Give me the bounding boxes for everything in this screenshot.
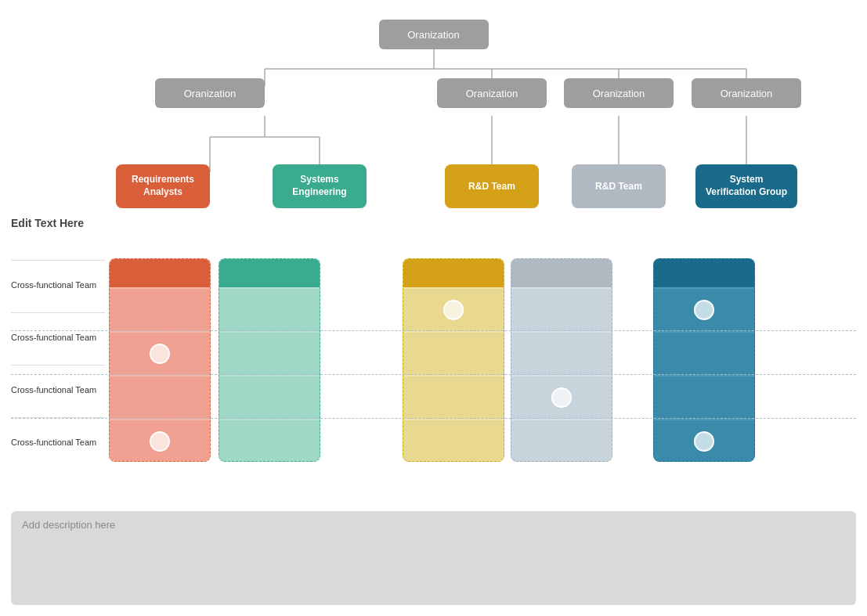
swimlane-col-3	[403, 258, 504, 462]
level3-svr: System Verification Group	[695, 164, 797, 208]
level2-node-4: Oranization	[692, 78, 801, 108]
row-label-2: Cross-functional Team	[11, 312, 105, 362]
level2-label-1: Oranization	[184, 88, 236, 99]
root-label: Oranization	[407, 29, 459, 41]
circle-col1-row4	[150, 431, 170, 452]
sys-label: Systems Engineering	[292, 174, 346, 198]
rnd2-label: R&D Team	[595, 181, 642, 192]
swimlane-col-5	[653, 258, 755, 462]
edit-text-label-text: Edit Text Here	[11, 217, 84, 229]
row-label-4: Cross-functional Team	[11, 417, 105, 467]
rnd1-label: R&D Team	[468, 181, 515, 192]
req-label: Requirements Analysts	[132, 174, 194, 198]
level2-label-3: Oranization	[593, 88, 645, 99]
edit-text-label[interactable]: Edit Text Here	[11, 217, 84, 229]
description-placeholder: Add description here	[22, 519, 115, 531]
swimlane-col-1	[109, 258, 211, 462]
level3-rnd1: R&D Team	[445, 164, 539, 208]
row-label-1: Cross-functional Team	[11, 260, 105, 310]
level2-label-4: Oranization	[721, 88, 772, 99]
main-container: Oranization Oranization Oranization Oran…	[0, 0, 867, 616]
row-divider-3	[11, 418, 856, 419]
level3-rnd2: R&D Team	[572, 164, 666, 208]
level2-node-2: Oranization	[437, 78, 547, 108]
svr-label: System Verification Group	[706, 174, 787, 198]
swimlane-col-2	[219, 258, 320, 462]
root-node: Oranization	[379, 20, 489, 49]
swimlane-row-labels: Cross-functional Team Cross-functional T…	[11, 258, 105, 468]
swimlane-section: Cross-functional Team Cross-functional T…	[11, 258, 856, 468]
row-divider-2	[11, 374, 856, 375]
circle-col3-row1	[443, 300, 464, 320]
swimlane-col-4	[511, 258, 612, 462]
description-box[interactable]: Add description here	[11, 511, 856, 605]
level3-req: Requirements Analysts	[116, 164, 210, 208]
level3-sys: Systems Engineering	[273, 164, 367, 208]
circle-col5-row1	[694, 300, 714, 320]
level2-label-2: Oranization	[466, 88, 518, 99]
circle-col5-row4	[694, 431, 714, 452]
circle-col1-row2	[150, 344, 170, 364]
row-top-border	[109, 286, 856, 287]
level2-node-1: Oranization	[155, 78, 265, 108]
circle-col4-row3	[551, 387, 572, 408]
level2-node-3: Oranization	[564, 78, 674, 108]
row-label-3: Cross-functional Team	[11, 365, 105, 415]
row-divider-1	[11, 330, 856, 331]
